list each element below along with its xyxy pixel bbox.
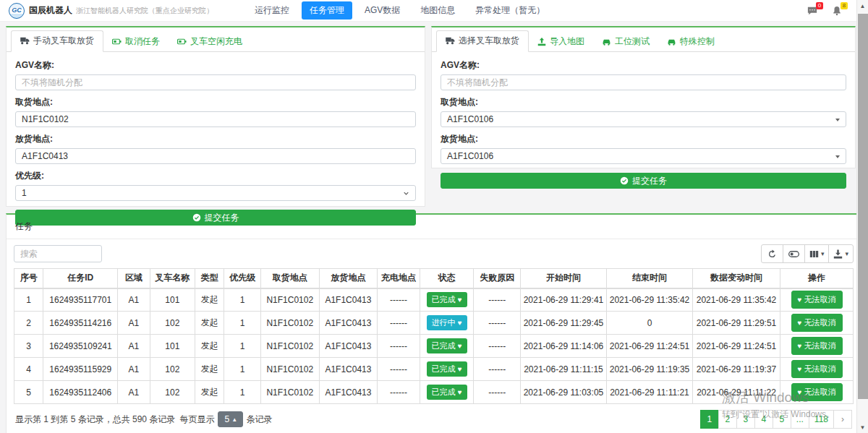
agv-name-input[interactable]	[441, 74, 846, 90]
table-footer: 显示第 1 到第 5 条记录，总共 590 条记录 每页显示 5 ▴ 条记录 1…	[14, 404, 854, 433]
cell-pickup: N1F1C0102	[260, 312, 319, 335]
table-tools: ▾ ▾	[761, 244, 854, 263]
cell-area: A1	[118, 381, 150, 404]
cell-area: A1	[118, 335, 150, 358]
refresh-icon	[767, 249, 777, 259]
cell-agv: 101	[150, 288, 195, 312]
scrollbar-down-arrow[interactable]: ▼	[857, 421, 868, 433]
notification-icon[interactable]: 8	[832, 6, 842, 16]
main-nav: 运行监控 任务管理 AGV数据 地图信息 异常处理（暂无）	[247, 1, 553, 20]
agv-name-input[interactable]	[15, 74, 416, 90]
page-5[interactable]: 5	[773, 410, 791, 429]
message-icon[interactable]: 0	[807, 6, 817, 16]
cell-dropoff: A1F1C0413	[319, 288, 378, 312]
cell-fail-reason: ------	[474, 358, 521, 381]
cell-type: 发起	[195, 335, 224, 358]
status-badge: 已完成 ♥	[427, 338, 467, 353]
cell-priority: 1	[224, 288, 260, 312]
cell-agv: 102	[150, 358, 195, 381]
heart-icon: ♥	[798, 296, 802, 304]
nav-item-agv-data[interactable]: AGV数据	[357, 1, 408, 20]
tab-special-control[interactable]: 特殊控制	[658, 32, 723, 52]
cancel-disabled-button[interactable]: ♥ 无法取消	[791, 291, 843, 309]
priority-select[interactable]: 1	[15, 185, 416, 201]
tab-cancel-task[interactable]: 取消任务	[103, 32, 169, 52]
toggle-icon	[788, 249, 799, 259]
scrollbar-thumb[interactable]	[858, 14, 868, 399]
page-2[interactable]: 2	[718, 410, 737, 429]
tab-manual-forklift[interactable]: 手动叉车取放货	[11, 30, 103, 52]
cell-start: 2021-06-29 11:03:05	[520, 381, 606, 404]
nav-item-map-info[interactable]: 地图信息	[412, 1, 463, 20]
dropoff-select[interactable]: A1F1C0106	[441, 148, 846, 164]
chevron-down-icon	[402, 189, 410, 197]
select-forklift-panel: 选择叉车取放货 导入地图 工位测试	[431, 26, 856, 168]
page-1[interactable]: 1	[700, 410, 719, 429]
nav-item-exception[interactable]: 异常处理（暂无）	[467, 1, 553, 20]
pickup-input[interactable]	[15, 111, 416, 127]
pickup-select[interactable]: A1F1C0106	[441, 111, 846, 127]
scrollbar-up-arrow[interactable]: ▲	[857, 0, 868, 12]
cancel-disabled-button[interactable]: ♥ 无法取消	[791, 314, 843, 332]
nav-item-task-management[interactable]: 任务管理	[302, 1, 352, 20]
manual-task-form: AGV名称: 取货地点: 放货地点: 优先级: 1	[7, 52, 425, 233]
toggle-view-button[interactable]	[783, 244, 805, 263]
dropoff-input[interactable]	[15, 148, 416, 164]
tab-select-forklift[interactable]: 选择叉车取放货	[436, 30, 529, 52]
col-task-id: 任务ID	[43, 269, 118, 288]
priority-value: 1	[22, 188, 27, 198]
col-pickup: 取货地点	[260, 269, 319, 288]
check-circle-icon	[192, 213, 201, 222]
submit-task-button[interactable]: 提交任务	[441, 173, 846, 189]
cell-agv: 102	[150, 312, 195, 335]
cell-type: 发起	[195, 381, 224, 404]
cancel-disabled-button[interactable]: ♥ 无法取消	[791, 360, 843, 378]
cell-end: 2021-06-29 11:11:21	[606, 381, 692, 404]
page-size-dropdown[interactable]: 5 ▴	[218, 411, 242, 427]
tab-station-test[interactable]: 工位测试	[593, 32, 658, 52]
col-area: 区域	[118, 269, 150, 288]
cell-seq: 4	[14, 358, 43, 381]
col-agv-name: 叉车名称	[150, 269, 195, 288]
car-icon	[667, 38, 676, 46]
heart-icon: ♥	[458, 319, 462, 327]
tab-idle-charging[interactable]: 叉车空闲充电	[169, 32, 251, 52]
submit-task-button[interactable]: 提交任务	[15, 210, 416, 226]
check-circle-icon	[620, 176, 629, 185]
search-input[interactable]	[14, 245, 102, 262]
top-navbar: GC 国辰机器人 浙江智能机器人研究院（重点企业研究院） 运行监控 任务管理 A…	[0, 0, 868, 22]
page-size-value: 5	[224, 414, 229, 424]
cell-pickup: N1F1C0102	[260, 381, 319, 404]
tab-label: 特殊控制	[680, 35, 715, 48]
cell-seq: 3	[14, 335, 43, 358]
nav-item-monitor[interactable]: 运行监控	[247, 1, 297, 20]
export-button[interactable]: ▾	[828, 244, 854, 263]
company-logo: GC	[9, 3, 25, 19]
page-3[interactable]: 3	[736, 410, 755, 429]
page-4[interactable]: 4	[754, 410, 773, 429]
cancel-disabled-button[interactable]: ♥ 无法取消	[791, 337, 843, 355]
next-page-button[interactable]: ›	[833, 410, 852, 429]
caret-down-icon: ▾	[845, 251, 848, 257]
submit-label: 提交任务	[632, 175, 667, 187]
caret-up-icon: ▴	[233, 416, 237, 423]
page-ellipsis[interactable]: ...	[791, 410, 809, 429]
page-last[interactable]: 118	[809, 410, 834, 429]
cell-priority: 1	[224, 335, 260, 358]
cell-dropoff: A1F1C0413	[319, 335, 378, 358]
tab-label: 导入地图	[550, 35, 584, 48]
pickup-label: 取货地点:	[441, 96, 846, 108]
cell-priority: 1	[224, 312, 260, 335]
cancel-disabled-button[interactable]: ♥ 无法取消	[791, 383, 843, 401]
columns-button[interactable]: ▾	[804, 244, 830, 263]
record-summary: 显示第 1 到第 5 条记录，总共 590 条记录	[15, 413, 175, 426]
table-row: 3 1624935109241 A1 101 发起 1 N1F1C0102 A1…	[14, 335, 854, 358]
refresh-button[interactable]	[761, 244, 783, 263]
col-type: 类型	[195, 269, 224, 288]
cell-status: 已完成 ♥	[420, 358, 474, 381]
cell-changed: 2021-06-29 11:11:22	[692, 381, 780, 404]
col-charge: 充电地点	[378, 269, 420, 288]
heart-icon: ♥	[458, 342, 462, 350]
cell-area: A1	[118, 288, 150, 312]
tab-import-map[interactable]: 导入地图	[529, 32, 593, 52]
